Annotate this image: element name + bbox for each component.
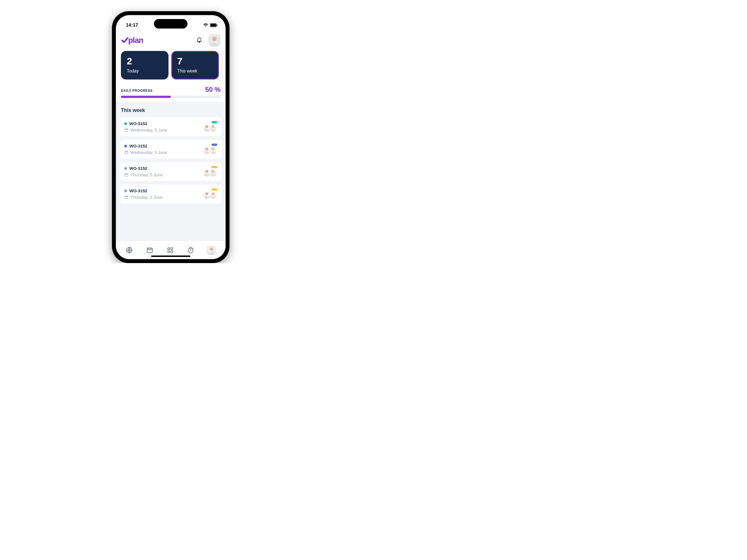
bell-icon	[196, 37, 203, 44]
progress-bar	[121, 96, 221, 98]
assignees	[203, 124, 217, 132]
status-pill	[212, 144, 217, 146]
task-list-area: This week WO-3152 Wednesday, 5 June	[116, 102, 226, 241]
stat-card-today[interactable]: 2 Today	[121, 51, 169, 79]
task-card[interactable]: WO-3152 Wednesday, 5 June	[120, 139, 222, 159]
battery-icon	[210, 23, 218, 27]
task-title: WO-3152	[129, 144, 147, 148]
progress-percent: 50 %	[205, 86, 221, 94]
svg-point-24	[212, 192, 214, 195]
stat-value: 7	[177, 56, 213, 66]
stat-label: Today	[127, 69, 163, 74]
status-dot	[124, 167, 127, 170]
svg-point-33	[210, 247, 213, 251]
svg-point-9	[212, 125, 214, 128]
status-dot	[124, 189, 127, 192]
daily-progress: DAILY PROGRESS 50 %	[116, 79, 226, 102]
status-pill	[212, 166, 217, 168]
svg-rect-27	[168, 248, 170, 250]
home-indicator	[151, 255, 190, 257]
grid-icon	[166, 247, 174, 254]
status-pill	[212, 121, 217, 123]
progress-fill	[121, 96, 171, 98]
wifi-icon	[203, 23, 208, 27]
stat-label: This week	[177, 69, 213, 74]
svg-rect-2	[216, 25, 217, 26]
nav-calendar[interactable]	[146, 246, 154, 254]
assignee-avatar	[209, 169, 217, 177]
person-icon	[208, 34, 221, 47]
svg-point-14	[212, 148, 214, 150]
assignees	[203, 146, 217, 155]
svg-rect-5	[125, 129, 128, 131]
assignee-avatar	[209, 146, 217, 155]
task-card[interactable]: WO-3152 Thursday, 5 June	[120, 162, 222, 181]
stat-card-next[interactable]	[222, 51, 226, 79]
svg-rect-1	[211, 24, 216, 27]
nav-timer[interactable]	[186, 246, 195, 254]
list-title: This week	[116, 102, 226, 117]
progress-title: DAILY PROGRESS	[121, 89, 153, 93]
svg-rect-29	[168, 251, 170, 253]
assignees	[203, 191, 217, 200]
calendar-icon	[124, 128, 128, 132]
status-dot	[124, 145, 127, 148]
svg-point-12	[205, 148, 208, 150]
nav-globe[interactable]	[125, 246, 133, 254]
assignee-avatar	[209, 191, 217, 200]
brand-logo: plan	[121, 36, 143, 45]
stat-cards-row: 2 Today 7 This week	[116, 51, 226, 79]
svg-rect-20	[125, 196, 128, 198]
svg-rect-30	[171, 251, 173, 253]
assignee-avatar	[209, 124, 217, 132]
app-header: plan	[116, 30, 226, 51]
check-logo-icon	[121, 36, 129, 44]
status-pill	[212, 188, 217, 190]
assignees	[203, 169, 217, 177]
svg-point-22	[205, 192, 208, 195]
calendar-icon	[124, 150, 128, 154]
task-title: WO-3152	[129, 166, 147, 171]
task-date: Thursday, 5 June	[130, 195, 163, 200]
task-title: WO-3152	[129, 121, 147, 126]
calendar-icon	[146, 247, 153, 254]
status-time: 14:17	[126, 22, 138, 28]
task-card[interactable]: WO-3152 Thursday, 5 June	[120, 184, 222, 203]
task-date: Wednesday, 5 June	[130, 150, 167, 155]
globe-icon	[126, 247, 133, 254]
stat-value: 2	[127, 56, 163, 66]
status-dot	[124, 122, 127, 125]
svg-rect-26	[147, 248, 152, 252]
task-date: Wednesday, 5 June	[130, 128, 167, 132]
svg-point-19	[212, 170, 214, 173]
profile-avatar[interactable]	[208, 34, 221, 47]
calendar-icon	[124, 173, 128, 177]
stat-card-this-week[interactable]: 7 This week	[171, 51, 219, 79]
svg-rect-28	[171, 248, 173, 250]
task-title: WO-3152	[129, 188, 147, 193]
svg-rect-10	[125, 151, 128, 154]
calendar-icon	[124, 195, 128, 199]
task-card[interactable]: WO-3152 Wednesday, 5 June	[120, 117, 222, 136]
svg-point-17	[205, 170, 208, 173]
notifications-button[interactable]	[195, 36, 203, 44]
svg-point-4	[212, 37, 216, 41]
person-icon	[207, 246, 216, 255]
nav-grid[interactable]	[166, 246, 174, 254]
task-date: Thursday, 5 June	[130, 172, 163, 177]
svg-rect-15	[125, 174, 128, 176]
svg-point-7	[205, 125, 208, 128]
brand-text: plan	[128, 36, 143, 45]
nav-profile[interactable]	[207, 246, 216, 255]
stopwatch-icon	[187, 247, 194, 254]
